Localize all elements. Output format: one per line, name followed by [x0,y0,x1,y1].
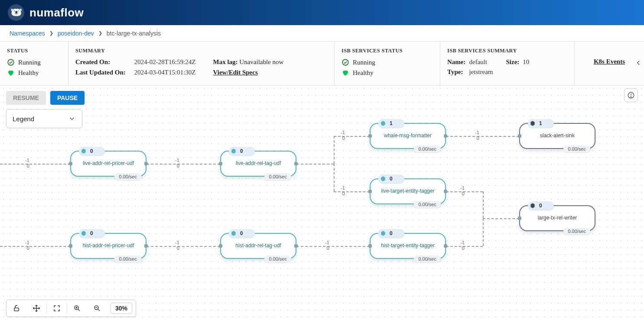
edge [483,191,484,218]
edge [0,164,70,165]
edge-label: -1 0 [25,158,29,168]
port-out [294,162,298,165]
heart-icon [7,69,15,77]
port-in [518,134,521,138]
node-count-badge: 0 [79,229,105,238]
summary-bar: STATUS Running Healthy SUMMARY Created O… [0,42,644,86]
zoom-level[interactable]: 30% [111,303,132,314]
alert-circle-icon [627,91,635,99]
node-rate: 0.00/sec [264,173,291,180]
node-count-badge: 0 [528,201,554,210]
label: Size: [506,58,519,76]
status-healthy: Healthy [7,69,61,77]
node-rate: 0.00/sec [114,255,141,262]
zoom-out-button[interactable] [87,300,107,317]
node-rate: 0.00/sec [563,228,590,235]
k8s-events-link[interactable]: K8s Events [594,58,625,65]
port-out [144,162,148,165]
hexagon-icon [231,230,237,236]
edge [483,218,484,246]
brand-logo[interactable]: 🐻‍❄️ numaflow [8,4,84,21]
isb-kv-right: Size: 10 [506,58,529,76]
node-label: live-target-entity-tagger [371,188,445,194]
edge [296,164,334,165]
node-count-badge: 0 [79,147,105,155]
view-spec-link[interactable]: View [213,69,227,76]
zoom-in-icon [73,304,81,312]
edge-label: -1 0 [175,158,179,168]
node-hist-target-entity-tagger[interactable]: 0 hist-target-entity-tagger 0.00/sec [370,233,446,259]
panel-status: STATUS Running Healthy [0,42,68,85]
node-whale-msg-formatter[interactable]: 1 whale-msg-formatter 0.00/sec [370,123,446,149]
label: Name: [447,58,465,66]
node-live-target-entity-tagger[interactable]: 0 live-target-entity-tagger 0.00/sec [370,178,446,204]
edge [446,136,519,137]
panel-isb-status: ISB SERVICES STATUS Running Healthy [335,42,440,85]
node-count-badge: 0 [378,174,404,183]
panel-title: ISB SERVICES SUMMARY [447,48,567,54]
edge-label: -1 0 [341,130,345,141]
node-slack-alert-sink[interactable]: 1 slack-alert-sink 0.00/sec [519,123,595,149]
graph-errors-button[interactable] [624,88,638,102]
svg-point-4 [631,97,631,97]
node-count-badge: 1 [528,119,554,128]
svg-line-7 [78,309,80,311]
status-text: Running [18,59,41,66]
edit-spec-link[interactable]: Edit Specs [229,69,258,76]
count-value: 0 [90,148,93,154]
breadcrumb-root[interactable]: Namespaces [10,30,45,37]
edge-label: -1 0 [25,240,29,251]
node-label: whale-msg-formatter [371,132,445,139]
breadcrumb-namespace[interactable]: poseidon-dev [58,30,94,37]
node-count-badge: 0 [378,229,404,238]
node-label: hist-target-entity-tagger [371,242,445,249]
port-in [219,162,222,165]
legend-select[interactable]: Legend [6,109,82,128]
panel-title: SUMMARY [75,48,327,54]
summary-kv: Created On: 2024-02-28T16:59:24Z Last Up… [75,58,196,76]
zoom-out-icon [93,304,101,312]
label: Last Updated On: [75,69,126,77]
node-live-addr-rel-pricer-udf[interactable]: 0 live-addr-rel-pricer-udf 0.00/sec [70,151,146,177]
check-circle-icon [342,58,349,66]
node-live-addr-rel-tag-udf[interactable]: 0 live-addr-rel-tag-udf 0.00/sec [220,151,296,177]
svg-rect-5 [14,308,19,311]
graph-toolbar: RESUME PAUSE [0,87,91,109]
pan-toggle[interactable] [26,300,46,317]
pause-button[interactable]: PAUSE [50,91,85,105]
edge [0,246,70,247]
summary-right-col: Max lag: Unavailable now View/Edit Specs [213,58,284,76]
resume-button[interactable]: RESUME [6,91,46,105]
value: 2024-02-28T16:59:24Z [134,58,196,66]
node-large-tx-rel-writer[interactable]: 0 large-tx-rel-writer 0.00/sec [519,205,595,231]
count-value: 0 [539,203,542,209]
node-hist-addr-rel-tag-udf[interactable]: 0 hist-addr-rel-tag-udf 0.00/sec [220,233,296,259]
edge [296,246,370,247]
edge [334,136,335,164]
brand-mascot-icon: 🐻‍❄️ [8,4,24,21]
status-text: Healthy [353,69,373,77]
collapse-panel-icon[interactable] [634,59,642,68]
node-label: slack-alert-sink [520,132,595,139]
check-circle-icon [7,58,15,66]
pipeline-canvas[interactable]: -1 0 -1 0 -1 0 -1 0 -1 0 -1 0 -1 0 -1 0 … [0,85,644,323]
node-hist-addr-rel-pricer-udf[interactable]: 0 hist-addr-rel-pricer-udf 0.00/sec [70,233,146,259]
node-label: large-tx-rel-writer [520,215,595,221]
count-value: 0 [390,176,393,182]
port-out [144,244,148,248]
lock-toggle[interactable] [7,300,26,317]
node-rate: 0.00/sec [563,145,590,152]
count-value: 1 [390,120,393,126]
node-rate: 0.00/sec [414,145,441,152]
value: jetstream [469,68,493,76]
status-text: Running [353,59,375,66]
hexagon-icon [380,230,386,236]
hexagon-icon [81,148,87,154]
status-running: Running [342,58,433,66]
panel-summary: SUMMARY Created On: 2024-02-28T16:59:24Z… [68,42,335,85]
zoom-in-button[interactable] [67,300,87,317]
fullscreen-button[interactable] [47,300,67,317]
node-count-badge: 1 [378,119,404,128]
value: Unavailable now [239,58,283,65]
port-in [368,134,372,138]
